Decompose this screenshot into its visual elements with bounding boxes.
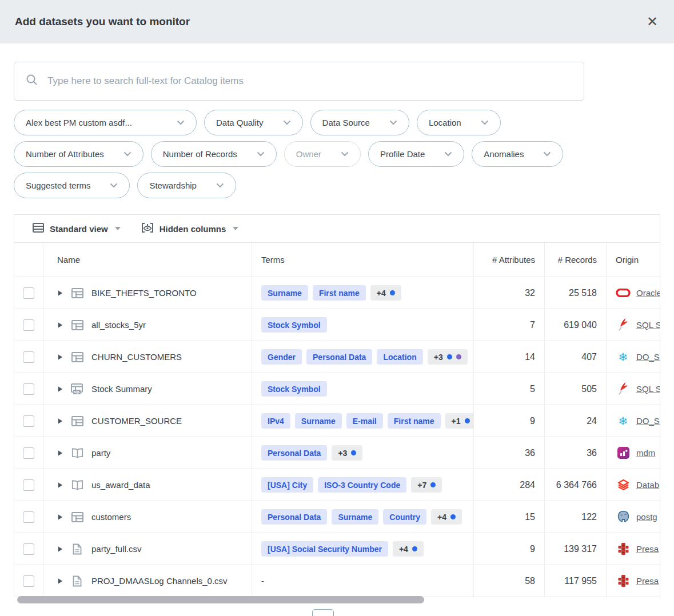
table-row[interactable]: customers Personal DataSurnameCountry+4 … <box>14 501 660 533</box>
more-terms-chip[interactable]: +1 <box>445 413 474 429</box>
row-checkbox[interactable] <box>23 543 34 555</box>
term-chip[interactable]: Personal Data <box>261 445 327 461</box>
term-chip[interactable]: Stock Symbol <box>261 317 327 333</box>
origin-link[interactable]: Datab <box>636 480 659 490</box>
close-icon[interactable]: ✕ <box>647 15 658 29</box>
term-chip[interactable]: First name <box>313 285 366 301</box>
expand-row-icon[interactable] <box>57 290 63 297</box>
origin-link[interactable]: SQL S <box>636 320 660 330</box>
column-header-name[interactable]: Name <box>43 243 252 277</box>
more-terms-chip[interactable]: +3 <box>332 445 362 461</box>
filter-chip[interactable]: Owner <box>284 141 361 167</box>
view-selector[interactable]: Standard view <box>33 223 121 234</box>
column-header-attributes[interactable]: # Attributes <box>474 243 545 277</box>
search-input[interactable] <box>47 75 572 87</box>
column-header-terms[interactable]: Terms <box>252 243 474 277</box>
more-terms-count: +4 <box>377 289 386 298</box>
term-chip[interactable]: IPv4 <box>261 413 290 429</box>
expand-row-icon[interactable] <box>57 578 63 585</box>
filter-chip[interactable]: Profile Date <box>368 141 464 167</box>
origin-link[interactable]: mdm <box>636 448 655 458</box>
filter-chip[interactable]: Data Source <box>310 110 409 135</box>
row-checkbox[interactable] <box>23 415 34 427</box>
horizontal-scrollbar-thumb[interactable] <box>17 596 424 603</box>
term-chip[interactable]: Personal Data <box>261 509 327 525</box>
pagination-button[interactable] <box>312 609 334 616</box>
dataset-name[interactable]: PROJ_DMAASLog Channels_0.csv <box>91 576 228 586</box>
filter-chip[interactable]: Stewardship <box>137 173 236 198</box>
search-box[interactable] <box>14 62 584 101</box>
term-chip[interactable]: Country <box>383 509 426 525</box>
column-header-origin[interactable]: Origin <box>607 243 660 277</box>
row-checkbox[interactable] <box>23 575 34 587</box>
filter-chip[interactable]: Number of Records <box>151 141 277 167</box>
row-checkbox[interactable] <box>23 383 34 395</box>
row-checkbox[interactable] <box>23 319 34 331</box>
term-chip[interactable]: Stock Symbol <box>261 381 327 397</box>
expand-row-icon[interactable] <box>57 514 63 521</box>
origin-link[interactable]: Presa <box>636 544 659 554</box>
dataset-name[interactable]: CUSTOMER_SOURCE <box>91 416 182 426</box>
row-checkbox[interactable] <box>23 351 34 363</box>
more-terms-chip[interactable]: +4 <box>393 541 424 557</box>
dataset-name[interactable]: BIKE_THEFTS_TORONTO <box>91 288 197 298</box>
table-row[interactable]: party_full.csv [USA] Social Security Num… <box>14 533 660 565</box>
table-row[interactable]: us_award_data [USA] CityISO-3 Country Co… <box>14 469 660 501</box>
row-checkbox[interactable] <box>23 511 34 523</box>
dataset-name[interactable]: Stock Summary <box>91 384 152 394</box>
term-chip[interactable]: Personal Data <box>306 349 372 365</box>
table-row[interactable]: PROJ_DMAASLog Channels_0.csv - 58 117 95… <box>14 565 660 597</box>
filter-chip[interactable]: Data Quality <box>204 110 303 135</box>
term-chip[interactable]: [USA] Social Security Number <box>261 541 388 557</box>
term-chip[interactable]: First name <box>388 413 441 429</box>
term-chip[interactable]: Surname <box>295 413 342 429</box>
table-row[interactable]: SQL Stock Summary Stock Symbol 5 505 SQL… <box>14 373 660 405</box>
dataset-name[interactable]: customers <box>91 512 131 522</box>
expand-row-icon[interactable] <box>57 386 63 393</box>
dataset-name[interactable]: us_award_data <box>91 480 150 490</box>
filter-chip[interactable]: Alex best PM custom asdf... <box>14 110 197 135</box>
more-terms-chip[interactable]: +7 <box>411 477 442 493</box>
term-chip[interactable]: Location <box>377 349 422 365</box>
row-checkbox[interactable] <box>23 447 34 459</box>
expand-row-icon[interactable] <box>57 450 63 457</box>
expand-row-icon[interactable] <box>57 418 63 425</box>
expand-row-icon[interactable] <box>57 354 63 361</box>
table-row[interactable]: CHURN_CUSTOMERS GenderPersonal DataLocat… <box>14 341 660 373</box>
hidden-columns-selector[interactable]: Hidden columns <box>141 222 239 235</box>
origin-link[interactable]: Presa <box>636 576 659 586</box>
table-row[interactable]: CUSTOMER_SOURCE IPv4SurnameE-mailFirst n… <box>14 405 660 437</box>
row-checkbox[interactable] <box>23 287 34 299</box>
origin-link[interactable]: DO_Sn <box>636 352 660 362</box>
origin-link[interactable]: SQL S <box>636 384 660 394</box>
term-chip[interactable]: Surname <box>332 509 378 525</box>
dataset-name[interactable]: party_full.csv <box>91 544 142 554</box>
filter-chip[interactable]: Anomalies <box>472 141 563 167</box>
term-chip[interactable]: ISO-3 Country Code <box>318 477 406 493</box>
term-chip[interactable]: Surname <box>261 285 308 301</box>
expand-row-icon[interactable] <box>57 482 63 489</box>
origin-link[interactable]: Oracle <box>636 288 660 298</box>
dataset-name[interactable]: all_stocks_5yr <box>91 320 146 330</box>
term-chip[interactable]: Gender <box>261 349 302 365</box>
more-terms-chip[interactable]: +3 <box>428 349 468 365</box>
table-row[interactable]: party Personal Data+3 36 36 mdm <box>14 437 660 469</box>
table-row[interactable]: all_stocks_5yr Stock Symbol 7 619 040 SQ… <box>14 309 660 341</box>
filter-chip[interactable]: Suggested terms <box>14 173 130 198</box>
dataset-name[interactable]: party <box>91 448 110 458</box>
dataset-name[interactable]: CHURN_CUSTOMERS <box>91 352 182 362</box>
origin-link[interactable]: DO_Sn <box>636 416 660 426</box>
origin-link[interactable]: postg <box>636 512 657 522</box>
term-chip[interactable]: E-mail <box>346 413 383 429</box>
more-terms-chip[interactable]: +4 <box>431 509 462 525</box>
filter-chip[interactable]: Location <box>417 110 501 135</box>
term-chip[interactable]: [USA] City <box>261 477 313 493</box>
more-terms-chip[interactable]: +4 <box>370 285 401 301</box>
expand-row-icon[interactable] <box>57 322 63 329</box>
expand-row-icon[interactable] <box>57 546 63 553</box>
table-icon <box>71 288 83 298</box>
row-checkbox[interactable] <box>23 479 34 491</box>
column-header-records[interactable]: # Records <box>545 243 607 277</box>
filter-chip[interactable]: Number of Attributes <box>14 141 143 167</box>
table-row[interactable]: BIKE_THEFTS_TORONTO SurnameFirst name+4 … <box>14 277 660 309</box>
